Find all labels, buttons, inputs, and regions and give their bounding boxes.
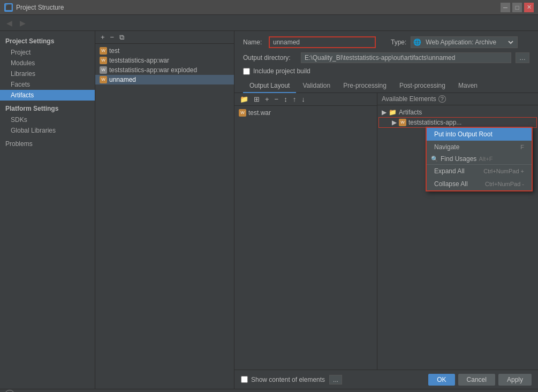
maximize-button[interactable]: □ (512, 3, 522, 12)
show-content-checkbox[interactable] (241, 376, 248, 383)
remove-artifact-button[interactable]: − (108, 33, 117, 42)
tab-maven[interactable]: Maven (452, 79, 484, 93)
sidebar-item-artifacts[interactable]: Artifacts (0, 90, 95, 101)
output-item-label: test.war (248, 109, 271, 117)
ok-button[interactable]: OK (428, 374, 454, 386)
expand-icon-teststats: ▶ (392, 119, 397, 126)
find-shortcut: Alt+F (479, 156, 492, 162)
sidebar-item-libraries[interactable]: Libraries (0, 68, 95, 79)
title-bar-controls: ─ □ ✕ (501, 3, 534, 12)
tab-validation[interactable]: Validation (296, 79, 337, 93)
type-select-wrapper: 🌐 Web Application: Archive (411, 36, 518, 48)
type-icon: 🌐 (413, 39, 421, 46)
war-icon-output: W (239, 109, 246, 117)
expand-all-label: Expand All (434, 167, 465, 175)
show-content-label: Show content of elements (251, 376, 325, 383)
war-icon-3: W (100, 76, 107, 83)
artifacts-folder-icon: 📁 (389, 109, 397, 116)
available-elements-help-icon: ? (438, 95, 446, 103)
output-tree: W test.war (234, 106, 377, 370)
forward-button[interactable]: ▶ (18, 19, 28, 27)
help-icon[interactable]: ? (4, 390, 15, 393)
minimize-button[interactable]: ─ (501, 3, 510, 12)
main-layout: Project Settings Project Modules Librari… (0, 31, 538, 389)
output-remove-btn[interactable]: − (272, 95, 281, 104)
avail-item-artifacts[interactable]: ▶ 📁 Artifacts (377, 107, 538, 117)
cancel-button[interactable]: Cancel (458, 374, 495, 386)
collapse-all-shortcut: Ctrl+NumPad - (485, 181, 524, 187)
content-inner: + − ⧉ W test W teststatistics-app:war W (95, 31, 538, 389)
context-menu-navigate[interactable]: Navigate F (427, 141, 532, 153)
artifact-item-test[interactable]: W test (95, 46, 234, 56)
tab-pre-processing[interactable]: Pre-processing (337, 79, 393, 93)
output-dir-input[interactable] (301, 52, 511, 63)
output-dir-row: Output directory: … (243, 52, 529, 63)
project-settings-title: Project Settings (0, 35, 95, 47)
war-exploded-icon: W (100, 66, 107, 74)
sidebar-item-modules[interactable]: Modules (0, 58, 95, 68)
name-input[interactable] (269, 36, 376, 48)
available-elements-header: Available Elements ? (377, 93, 538, 105)
find-row: 🔍 Find Usages Alt+F (427, 153, 532, 165)
available-elements-panel: Available Elements ? ▶ 📁 Artifacts ▶ (377, 93, 538, 370)
ellipsis-button[interactable]: ... (329, 375, 342, 385)
artifact-name-unnamed: unnamed (109, 76, 136, 83)
artifact-name-test: test (109, 47, 119, 55)
context-menu-expand-all[interactable]: Expand All Ctrl+NumPad + (427, 165, 532, 178)
form-section: Name: Type: 🌐 Web Application: Archive O… (234, 31, 538, 79)
sidebar-item-facets[interactable]: Facets (0, 79, 95, 90)
type-dropdown[interactable]: Web Application: Archive (423, 38, 515, 47)
right-panel: Name: Type: 🌐 Web Application: Archive O… (234, 31, 538, 389)
artifacts-toolbar: + − ⧉ (95, 31, 234, 44)
artifacts-tree: W test W teststatistics-app:war W testst… (95, 44, 234, 389)
navigate-shortcut: F (520, 144, 524, 150)
app-icon: ⬛ (4, 3, 13, 12)
output-dir-label: Output directory: (243, 54, 297, 62)
include-build-checkbox[interactable] (243, 68, 250, 75)
war-icon-avail: W (399, 119, 406, 126)
copy-artifact-button[interactable]: ⧉ (117, 33, 126, 42)
context-menu-put-into-output[interactable]: Put into Output Root (427, 128, 532, 141)
footer: ? https://blog.csdn.net/dream_back (0, 389, 538, 392)
back-button[interactable]: ◀ (4, 19, 14, 27)
browse-button[interactable]: … (516, 52, 529, 63)
artifact-name-exploded: teststatistics-app:war exploded (109, 66, 197, 74)
artifact-item-war[interactable]: W teststatistics-app:war (95, 56, 234, 65)
show-content-row: Show content of elements (241, 376, 325, 383)
collapse-all-label: Collapse All (434, 180, 468, 188)
artifact-item-unnamed[interactable]: W unnamed (95, 75, 234, 84)
output-add-btn[interactable]: + (263, 95, 271, 104)
output-move-up-btn[interactable]: ↕ (282, 95, 290, 104)
output-tree-item-testwar: W test.war (234, 108, 377, 118)
output-toolbar: 📁 ⊞ + − ↕ ↑ ↓ (234, 93, 377, 106)
apply-button[interactable]: Apply (498, 374, 532, 386)
sidebar-item-sdks[interactable]: SDKs (0, 114, 95, 125)
tabs-bar: Output Layout Validation Pre-processing … (234, 79, 538, 93)
platform-settings-title: Platform Settings (0, 101, 95, 114)
close-button[interactable]: ✕ (524, 3, 534, 12)
avail-item-teststatistics[interactable]: ▶ W teststatistics-app... (378, 117, 537, 128)
available-tree: ▶ 📁 Artifacts ▶ W teststatistics-app... (377, 105, 538, 370)
title-bar: ⬛ Project Structure ─ □ ✕ (0, 0, 538, 15)
artifact-item-exploded[interactable]: W teststatistics-app:war exploded (95, 65, 234, 75)
sidebar-item-global-libraries[interactable]: Global Libraries (0, 125, 95, 136)
tab-post-processing[interactable]: Post-processing (393, 79, 452, 93)
avail-artifacts-label: Artifacts (399, 109, 422, 116)
include-build-row: Include project build (243, 67, 529, 75)
output-down-btn[interactable]: ↓ (299, 95, 307, 104)
context-menu-collapse-all[interactable]: Collapse All Ctrl+NumPad - (427, 178, 532, 190)
output-up-btn[interactable]: ↑ (291, 95, 299, 104)
output-folder-icon-btn[interactable]: 📁 (238, 95, 251, 104)
tab-output-layout[interactable]: Output Layout (243, 79, 296, 93)
available-elements-title: Available Elements (382, 95, 436, 103)
add-artifact-button[interactable]: + (98, 33, 107, 42)
war-icon-2: W (100, 57, 107, 64)
expand-all-shortcut: Ctrl+NumPad + (483, 168, 524, 174)
output-layout-icon-btn[interactable]: ⊞ (252, 95, 262, 104)
search-icon: 🔍 (431, 156, 438, 163)
sidebar-item-problems[interactable]: Problems (0, 136, 95, 149)
content-area: + − ⧉ W test W teststatistics-app:war W (95, 31, 538, 389)
sidebar-item-project[interactable]: Project (0, 47, 95, 58)
name-row: Name: Type: 🌐 Web Application: Archive (243, 36, 529, 48)
bottom-bar: Show content of elements ... OK Cancel A… (234, 370, 538, 389)
